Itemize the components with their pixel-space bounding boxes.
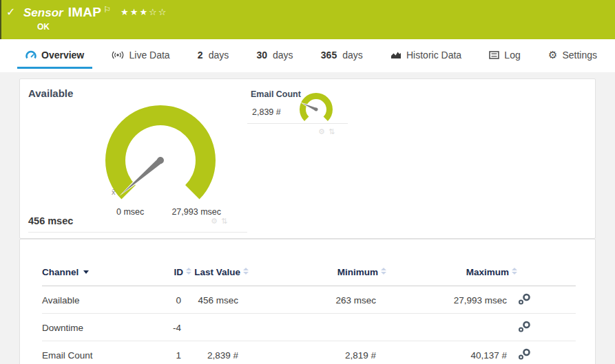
sensor-title-block: Sensor IMAP ⚐ ★★★☆☆ OK	[23, 5, 615, 32]
gauge-icon	[25, 50, 37, 59]
tab-number: 2	[198, 50, 203, 61]
gauge-settings-icon[interactable]: ⚙	[318, 127, 325, 136]
email-count-gauge[interactable]	[297, 91, 335, 125]
sensor-header: ✓ Sensor IMAP ⚐ ★★★☆☆ OK	[0, 0, 615, 39]
tab-label: days	[273, 50, 293, 61]
col-label: ID	[174, 267, 184, 277]
tab-30-days[interactable]: 30 days	[248, 43, 301, 69]
gear-icon: ⚙	[548, 50, 557, 60]
cell-last-value: 2,839 #	[192, 341, 249, 364]
tab-log[interactable]: Log	[481, 43, 528, 69]
table-row: Available 0 456 msec 263 msec 27,993 mse…	[42, 286, 576, 314]
tab-2-days[interactable]: 2 days	[189, 43, 237, 69]
gauge-hover-controls[interactable]: ⚙ ⇅	[211, 217, 227, 226]
tab-365-days[interactable]: 365 days	[313, 43, 371, 69]
sensor-type-label: Sensor	[23, 6, 63, 20]
available-gauge[interactable]	[104, 104, 217, 207]
prtg-sensor-page: ✓ Sensor IMAP ⚐ ★★★☆☆ OK Overview	[0, 0, 615, 364]
cell-channel: Downtime	[42, 314, 160, 341]
edit-channel-button[interactable]	[518, 286, 576, 314]
channel-title-email-count: Email Count	[251, 89, 301, 99]
col-header-maximum[interactable]: Maximum	[387, 239, 518, 286]
cell-id: 1	[160, 341, 192, 364]
col-label: Last Value	[194, 267, 240, 277]
col-header-actions	[518, 239, 576, 286]
col-label: Channel	[42, 267, 79, 277]
gauge-min-label: 0 msec	[116, 207, 144, 217]
gauge-reorder-icon[interactable]: ⇅	[221, 217, 227, 226]
tab-settings[interactable]: ⚙ Settings	[540, 43, 605, 69]
cell-maximum	[387, 314, 518, 341]
channel-settings-gears-icon	[518, 321, 532, 332]
cell-id: 0	[160, 286, 192, 314]
col-header-last-value[interactable]: Last Value	[192, 239, 249, 286]
tab-label: Historic Data	[406, 50, 461, 61]
cell-minimum: 263 msec	[249, 286, 387, 314]
edit-channel-button[interactable]	[518, 341, 576, 364]
col-header-minimum[interactable]: Minimum	[249, 239, 387, 286]
gauge-max-label: 27,993 msec	[171, 207, 221, 217]
cell-channel: Email Count	[42, 341, 160, 364]
channel-settings-gears-icon	[518, 348, 532, 360]
cell-maximum: 27,993 msec	[387, 286, 518, 314]
tab-label: Live Data	[129, 50, 169, 61]
tab-label: days	[342, 50, 363, 61]
tab-label: Overview	[41, 50, 84, 61]
tab-live-data[interactable]: Live Data	[103, 43, 178, 69]
gauge-reorder-icon[interactable]: ⇅	[329, 127, 335, 136]
tab-historic-data[interactable]: Historic Data	[382, 43, 470, 69]
tab-label: Settings	[562, 50, 597, 61]
col-label: Minimum	[337, 267, 378, 277]
col-label: Maximum	[466, 267, 509, 277]
tab-overview[interactable]: Overview	[17, 43, 92, 69]
divider	[28, 232, 247, 233]
area-chart-icon	[390, 51, 402, 59]
live-data-icon	[112, 51, 124, 59]
channel-table: Channel ID Last Value Minimum Maximum	[42, 239, 576, 364]
table-row: Downtime -4	[42, 314, 576, 341]
tab-bar: Overview Live Data 2 days 30 days 365 da…	[0, 39, 615, 72]
log-icon	[489, 51, 499, 59]
cell-minimum: 2,819 #	[249, 341, 387, 364]
status-check-icon: ✓	[6, 6, 15, 19]
gauges-panel: Available x̄ 0 msec 27,993 msec 456 msec…	[19, 78, 596, 239]
sensor-status-badge: OK	[37, 22, 615, 32]
tab-number: 30	[256, 50, 267, 61]
edit-channel-button[interactable]	[518, 314, 576, 341]
tab-label: Log	[504, 50, 520, 61]
col-header-channel[interactable]: Channel	[42, 239, 160, 286]
gauge-hover-controls[interactable]: ⚙ ⇅	[318, 127, 335, 136]
priority-stars[interactable]: ★★★☆☆	[121, 7, 167, 17]
cell-last-value: 456 msec	[192, 286, 249, 314]
sort-icon	[512, 268, 518, 275]
cell-maximum: 40,137 #	[387, 341, 518, 364]
col-header-id[interactable]: ID	[160, 239, 192, 286]
mean-marker: x̄	[112, 188, 116, 196]
tab-label: days	[209, 50, 229, 61]
channel-title-available: Available	[28, 87, 73, 99]
sensor-name: IMAP	[68, 5, 102, 20]
overview-content: Available x̄ 0 msec 27,993 msec 456 msec…	[0, 72, 615, 364]
email-count-last-value: 2,839 #	[252, 107, 281, 117]
sort-icon	[186, 268, 192, 275]
cell-channel: Available	[42, 286, 160, 314]
priority-flag-icon[interactable]: ⚐	[103, 5, 111, 14]
sort-icon	[243, 268, 249, 275]
available-last-value: 456 msec	[28, 215, 73, 226]
cell-last-value	[192, 314, 249, 341]
table-row: Email Count 1 2,839 # 2,819 # 40,137 #	[42, 341, 576, 364]
sort-desc-icon	[83, 270, 89, 274]
sort-icon	[381, 268, 387, 275]
tab-number: 365	[321, 50, 337, 61]
channel-table-panel: Channel ID Last Value Minimum Maximum	[19, 239, 596, 364]
table-header-row: Channel ID Last Value Minimum Maximum	[42, 239, 576, 286]
cell-id: -4	[160, 314, 192, 341]
channel-settings-gears-icon	[518, 293, 532, 305]
gauge-settings-icon[interactable]: ⚙	[211, 217, 218, 226]
cell-minimum	[249, 314, 387, 341]
gauge-axis-labels: 0 msec 27,993 msec	[116, 207, 221, 217]
